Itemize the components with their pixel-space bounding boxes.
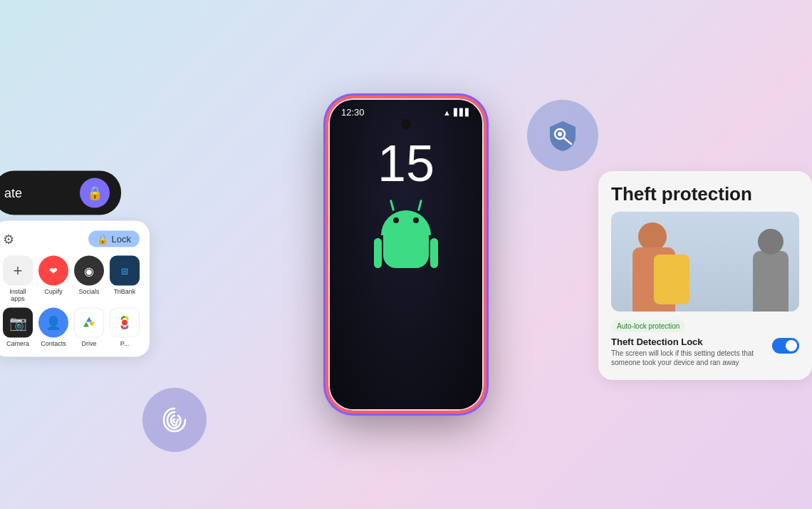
antenna-left-icon xyxy=(390,200,395,211)
cupify-icon: ❤ xyxy=(38,256,68,286)
status-bar: 12:30 ▲ ▋▋▋ xyxy=(330,100,482,118)
robot-arm-left xyxy=(374,238,382,268)
toggle-knob xyxy=(786,340,797,351)
list-item[interactable]: ⧆ TriBank xyxy=(110,256,140,302)
lock-icon: 🔒 xyxy=(87,185,103,201)
robot-arm-right xyxy=(430,238,438,268)
lock-btn-label: Lock xyxy=(112,234,131,245)
list-item[interactable]: + Install apps xyxy=(3,256,33,302)
robot-eye-left xyxy=(393,217,399,223)
theft-detection-desc: The screen will lock if this setting det… xyxy=(611,349,766,367)
list-item[interactable]: P... xyxy=(110,308,140,347)
svg-point-3 xyxy=(558,132,562,136)
app-label: Install apps xyxy=(3,288,33,302)
drive-icon xyxy=(74,308,104,338)
app-label: Camera xyxy=(6,340,29,347)
tribank-icon: ⧆ xyxy=(110,256,140,286)
robot-body xyxy=(383,235,430,268)
install-apps-icon: + xyxy=(3,256,33,286)
app-label: P... xyxy=(120,340,129,347)
list-item[interactable]: Drive xyxy=(74,308,104,347)
shield-key-icon xyxy=(544,117,581,154)
gear-icon[interactable]: ⚙ xyxy=(3,231,14,247)
list-item[interactable]: ◉ Socials xyxy=(74,256,104,302)
antenna-right-icon xyxy=(417,200,422,211)
phone-clock-number: 15 xyxy=(378,138,434,189)
phone-container: 12:30 ▲ ▋▋▋ 15 xyxy=(328,98,484,411)
socials-icon: ◉ xyxy=(74,256,104,286)
phone-status-icons: ▲ ▋▋▋ xyxy=(443,108,471,117)
list-item[interactable]: 📷 Camera xyxy=(3,308,33,347)
fingerprint-icon xyxy=(159,404,190,436)
auto-lock-badge: Auto-lock protection xyxy=(611,320,685,332)
right-panel: Theft protection Auto-lock protection Th… xyxy=(598,171,812,380)
illustration-background xyxy=(611,212,799,312)
robot-body-section xyxy=(374,235,438,268)
wifi-signal-icon: ▲ xyxy=(443,108,451,117)
theft-protection-card: Theft protection Auto-lock protection Th… xyxy=(598,171,812,380)
app-label: Drive xyxy=(81,340,96,347)
private-lock-circle[interactable]: 🔒 xyxy=(80,178,110,208)
app-label: Cupify xyxy=(44,288,63,295)
theft-illustration xyxy=(611,212,799,312)
person1-head xyxy=(638,222,667,251)
person2-head xyxy=(758,229,784,254)
camera-icon: 📷 xyxy=(3,308,33,338)
lock-btn-icon: 🔒 xyxy=(97,234,108,245)
left-panel: ate 🔒 ⚙ 🔒 Lock + Install apps ❤ Cu xyxy=(0,171,150,357)
fingerprint-bubble xyxy=(142,388,207,452)
photos-icon xyxy=(110,308,140,338)
app-grid: + Install apps ❤ Cupify ◉ Socials ⧆ TriB… xyxy=(3,256,140,347)
app-grid-top-bar: ⚙ 🔒 Lock xyxy=(3,231,140,247)
contacts-icon: 👤 xyxy=(38,308,68,338)
signal-bars-icon: ▋▋▋ xyxy=(454,108,471,116)
phone-camera-notch xyxy=(401,119,411,129)
phone-time: 12:30 xyxy=(341,107,365,118)
list-item[interactable]: 👤 Contacts xyxy=(38,308,68,347)
phone-screen: 12:30 ▲ ▋▋▋ 15 xyxy=(330,100,482,409)
robot-head xyxy=(381,210,431,235)
theft-detection-title: Theft Detection Lock xyxy=(611,336,766,347)
phone: 12:30 ▲ ▋▋▋ 15 xyxy=(328,98,484,411)
private-label: ate xyxy=(4,185,22,200)
app-label: TriBank xyxy=(114,288,136,295)
person2-body xyxy=(753,251,788,312)
app-grid-card: ⚙ 🔒 Lock + Install apps ❤ Cupify ◉ xyxy=(0,221,150,357)
shield-bubble xyxy=(527,100,598,171)
theft-detection-text: Theft Detection Lock The screen will loc… xyxy=(611,336,766,367)
theft-protection-title: Theft protection xyxy=(611,184,799,205)
private-bar: ate 🔒 xyxy=(0,171,121,215)
lock-button[interactable]: 🔒 Lock xyxy=(88,231,140,247)
theft-detection-toggle[interactable] xyxy=(772,338,799,354)
android-robot xyxy=(370,210,442,268)
app-label: Contacts xyxy=(41,340,66,347)
theft-detection-row: Theft Detection Lock The screen will loc… xyxy=(611,336,799,367)
stolen-item xyxy=(654,254,689,304)
robot-eye-right xyxy=(413,217,419,223)
list-item[interactable]: ❤ Cupify xyxy=(38,256,68,302)
svg-point-0 xyxy=(122,320,127,326)
app-label: Socials xyxy=(78,288,99,295)
